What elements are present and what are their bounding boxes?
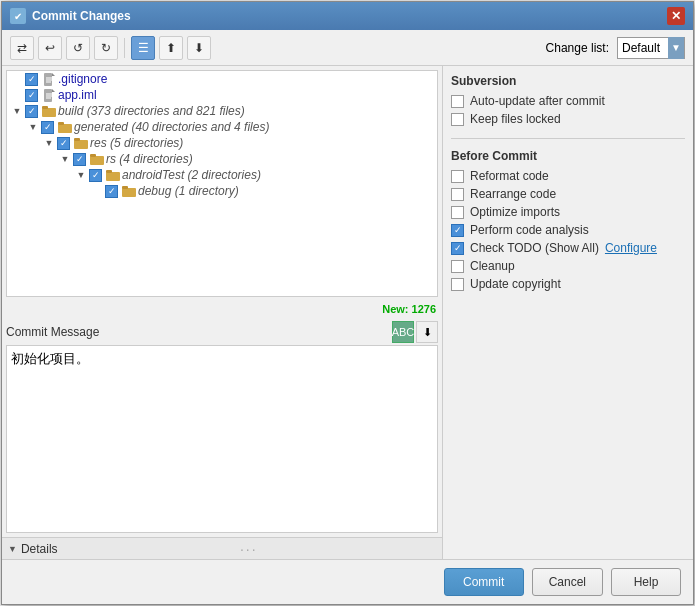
svg-rect-15 <box>74 138 80 141</box>
svg-rect-17 <box>90 154 96 157</box>
left-panel: .gitignoreapp.iml▼build (373 directories… <box>2 66 443 559</box>
svg-rect-12 <box>58 124 72 133</box>
option-label-reformat_code: Reformat code <box>470 169 549 183</box>
changelist-label: Change list: <box>546 41 609 55</box>
commit-template-icon[interactable]: ⬇ <box>416 321 438 343</box>
commit-message-header: Commit Message ABC ⬇ <box>6 321 438 343</box>
commit-dialog: ✔ Commit Changes ✕ ⇄ ↩ ↺ ↻ ☰ ⬆ ⬇ Change … <box>1 1 694 605</box>
option-row-rearrange_code: Rearrange code <box>451 185 685 203</box>
option-label-perform_code_analysis: Perform code analysis <box>470 223 589 237</box>
file-tree[interactable]: .gitignoreapp.iml▼build (373 directories… <box>6 70 438 297</box>
option-checkbox-perform_code_analysis[interactable] <box>451 224 464 237</box>
option-row-auto_update: Auto-update after commit <box>451 92 685 110</box>
svg-rect-10 <box>42 108 56 117</box>
cancel-button[interactable]: Cancel <box>532 568 603 596</box>
commit-button[interactable]: Commit <box>444 568 524 596</box>
option-row-update_copyright: Update copyright <box>451 275 685 293</box>
option-checkbox-keep_files_locked[interactable] <box>451 113 464 126</box>
toolbar-sep-1 <box>124 38 125 58</box>
tree-item-name: generated (40 directories and 4 files) <box>74 120 269 134</box>
commit-message-input[interactable] <box>6 345 438 533</box>
svg-rect-20 <box>122 188 136 197</box>
tree-item-app_iml[interactable]: app.iml <box>7 87 437 103</box>
option-label-update_copyright: Update copyright <box>470 277 561 291</box>
tree-item-debug[interactable]: debug (1 directory) <box>7 183 437 199</box>
toolbar-btn-2[interactable]: ↩ <box>38 36 62 60</box>
folder-icon <box>122 184 136 198</box>
toolbar-btn-5[interactable]: ☰ <box>131 36 155 60</box>
title-bar: ✔ Commit Changes ✕ <box>2 2 693 30</box>
spell-check-icon[interactable]: ABC <box>392 321 414 343</box>
tree-item-gitignore[interactable]: .gitignore <box>7 71 437 87</box>
option-checkbox-update_copyright[interactable] <box>451 278 464 291</box>
option-label-check_todo: Check TODO (Show All) <box>470 241 599 255</box>
tree-item-checkbox[interactable] <box>25 73 38 86</box>
file-icon <box>42 88 56 102</box>
tree-item-checkbox[interactable] <box>73 153 86 166</box>
tree-expand-arrow[interactable]: ▼ <box>43 137 55 149</box>
changelist-select[interactable]: Default ▼ <box>617 37 685 59</box>
tree-item-build[interactable]: ▼build (373 directories and 821 files) <box>7 103 437 119</box>
option-checkbox-cleanup[interactable] <box>451 260 464 273</box>
svg-marker-1 <box>52 73 55 76</box>
tree-item-name: res (5 directories) <box>90 136 183 150</box>
dialog-icon: ✔ <box>10 8 26 24</box>
tree-item-name: app.iml <box>58 88 97 102</box>
tree-item-checkbox[interactable] <box>25 105 38 118</box>
tree-item-name: debug (1 directory) <box>138 184 239 198</box>
tree-item-checkbox[interactable] <box>25 89 38 102</box>
tree-item-checkbox[interactable] <box>105 185 118 198</box>
tree-expand-arrow[interactable]: ▼ <box>27 121 39 133</box>
file-icon <box>42 72 56 86</box>
tree-item-androidTest[interactable]: ▼androidTest (2 directories) <box>7 167 437 183</box>
tree-item-name: .gitignore <box>58 72 107 86</box>
details-bar[interactable]: ▼ Details ··· <box>2 537 442 559</box>
svg-rect-11 <box>42 106 48 109</box>
folder-icon <box>106 168 120 182</box>
option-checkbox-optimize_imports[interactable] <box>451 206 464 219</box>
close-button[interactable]: ✕ <box>667 7 685 25</box>
toolbar: ⇄ ↩ ↺ ↻ ☰ ⬆ ⬇ Change list: Default ▼ <box>2 30 693 66</box>
tree-item-checkbox[interactable] <box>41 121 54 134</box>
dialog-title: Commit Changes <box>32 9 131 23</box>
option-checkbox-reformat_code[interactable] <box>451 170 464 183</box>
changelist-dropdown-arrow[interactable]: ▼ <box>668 37 684 59</box>
before-commit-title: Before Commit <box>451 149 685 163</box>
title-bar-left: ✔ Commit Changes <box>10 8 131 24</box>
tree-item-res[interactable]: ▼res (5 directories) <box>7 135 437 151</box>
tree-item-name: rs (4 directories) <box>106 152 193 166</box>
subversion-section: Subversion Auto-update after commitKeep … <box>451 74 685 128</box>
main-content: .gitignoreapp.iml▼build (373 directories… <box>2 66 693 559</box>
before-commit-section: Before Commit Reformat codeRearrange cod… <box>451 149 685 293</box>
option-checkbox-rearrange_code[interactable] <box>451 188 464 201</box>
tree-item-generated[interactable]: ▼generated (40 directories and 4 files) <box>7 119 437 135</box>
tree-item-rs[interactable]: ▼rs (4 directories) <box>7 151 437 167</box>
toolbar-btn-3[interactable]: ↺ <box>66 36 90 60</box>
option-label-keep_files_locked: Keep files locked <box>470 112 561 126</box>
new-count: New: 1276 <box>2 301 442 317</box>
option-label-auto_update: Auto-update after commit <box>470 94 605 108</box>
toolbar-btn-6[interactable]: ⬆ <box>159 36 183 60</box>
option-row-reformat_code: Reformat code <box>451 167 685 185</box>
tree-expand-arrow[interactable]: ▼ <box>11 105 23 117</box>
option-link-check_todo[interactable]: Configure <box>605 241 657 255</box>
toolbar-btn-1[interactable]: ⇄ <box>10 36 34 60</box>
bottom-buttons: Commit Cancel Help <box>2 559 693 604</box>
toolbar-btn-7[interactable]: ⬇ <box>187 36 211 60</box>
option-row-optimize_imports: Optimize imports <box>451 203 685 221</box>
help-button[interactable]: Help <box>611 568 681 596</box>
right-panel: Subversion Auto-update after commitKeep … <box>443 66 693 559</box>
tree-item-checkbox[interactable] <box>57 137 70 150</box>
folder-icon <box>42 104 56 118</box>
tree-expand-arrow[interactable]: ▼ <box>75 169 87 181</box>
tree-item-name: build (373 directories and 821 files) <box>58 104 245 118</box>
option-checkbox-auto_update[interactable] <box>451 95 464 108</box>
option-checkbox-check_todo[interactable] <box>451 242 464 255</box>
folder-icon <box>90 152 104 166</box>
option-label-rearrange_code: Rearrange code <box>470 187 556 201</box>
tree-expand-arrow[interactable]: ▼ <box>59 153 71 165</box>
toolbar-btn-4[interactable]: ↻ <box>94 36 118 60</box>
tree-item-checkbox[interactable] <box>89 169 102 182</box>
svg-marker-6 <box>52 89 55 92</box>
folder-icon <box>74 136 88 150</box>
